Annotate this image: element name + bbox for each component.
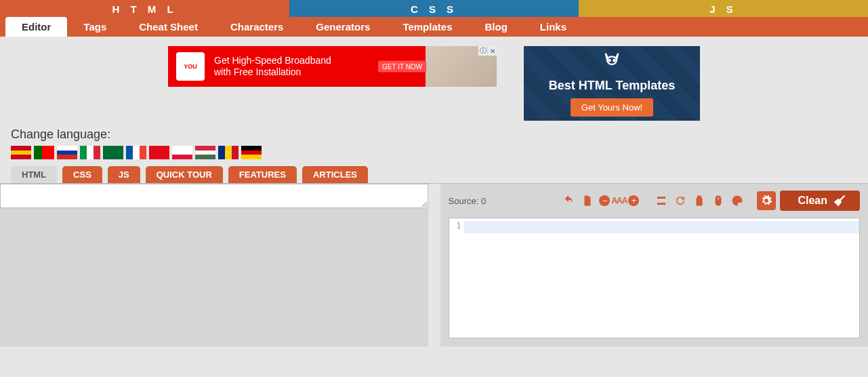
broom-icon bbox=[833, 194, 846, 207]
menu-blog[interactable]: Blog bbox=[468, 17, 523, 37]
ad-close-icon[interactable]: ✕ bbox=[487, 46, 497, 56]
menu-bar: Editor Tags Cheat Sheet Characters Gener… bbox=[0, 17, 868, 37]
source-toolbar: Source: 0 − AAA + bbox=[440, 184, 869, 218]
ad-side[interactable]: Best HTML Templates Get Yours Now! bbox=[524, 46, 700, 121]
svg-point-1 bbox=[613, 60, 615, 61]
flag-fr[interactable] bbox=[126, 146, 146, 159]
code-editor[interactable]: 1 bbox=[449, 218, 861, 338]
flag-sa[interactable] bbox=[103, 146, 123, 159]
subtab-articles[interactable]: ARTICLES bbox=[302, 166, 368, 183]
flag-de[interactable] bbox=[241, 146, 262, 159]
flag-ro[interactable] bbox=[218, 146, 239, 159]
compress-icon[interactable] bbox=[654, 193, 669, 208]
flag-list bbox=[11, 146, 857, 159]
subtab-features[interactable]: FEATURES bbox=[228, 166, 297, 183]
top-tab-js[interactable]: J S bbox=[579, 0, 868, 17]
line-gutter: 1 bbox=[449, 218, 464, 338]
flag-it[interactable] bbox=[80, 146, 100, 159]
font-increase-button[interactable]: + bbox=[628, 195, 639, 206]
workspace: Source: 0 − AAA + bbox=[0, 183, 868, 346]
palette-icon[interactable] bbox=[730, 193, 745, 208]
flag-pl[interactable] bbox=[172, 146, 192, 159]
ad-banner-logo: YOU bbox=[176, 52, 205, 81]
ad-side-title: Best HTML Templates bbox=[549, 79, 675, 93]
language-section: Change language: bbox=[0, 127, 868, 166]
code-line-active[interactable] bbox=[464, 221, 860, 233]
top-tab-html[interactable]: H T M L bbox=[0, 0, 289, 17]
preview-textarea[interactable] bbox=[0, 184, 428, 208]
clean-button[interactable]: Clean bbox=[780, 191, 860, 211]
font-size-control: − AAA + bbox=[599, 195, 639, 206]
ad-region: YOU Get High-Speed Broadband with Free I… bbox=[0, 37, 868, 127]
ad-banner-cta[interactable]: GET IT NOW bbox=[378, 61, 426, 73]
ad-banner[interactable]: YOU Get High-Speed Broadband with Free I… bbox=[168, 46, 497, 87]
flag-ru[interactable] bbox=[57, 146, 77, 159]
menu-cheat-sheet[interactable]: Cheat Sheet bbox=[123, 17, 214, 37]
menu-generators[interactable]: Generators bbox=[299, 17, 386, 37]
font-size-label: AAA bbox=[611, 196, 627, 205]
menu-links[interactable]: Links bbox=[524, 17, 583, 37]
subtab-css[interactable]: CSS bbox=[62, 166, 102, 183]
svg-point-0 bbox=[608, 60, 610, 61]
subtab-quick-tour[interactable]: QUICK TOUR bbox=[146, 166, 223, 183]
preview-area[interactable] bbox=[0, 208, 428, 346]
source-label: Source: 0 bbox=[449, 196, 487, 206]
ad-info-icon[interactable]: ⓘ bbox=[478, 46, 487, 56]
refresh-icon[interactable] bbox=[673, 193, 688, 208]
subtab-bar: HTML CSS JS QUICK TOUR FEATURES ARTICLES bbox=[0, 166, 868, 183]
mouse-icon[interactable] bbox=[711, 193, 726, 208]
undo-icon[interactable] bbox=[561, 193, 576, 208]
code-body[interactable] bbox=[464, 218, 860, 338]
menu-characters[interactable]: Characters bbox=[214, 17, 299, 37]
top-tabs: H T M L C S S J S bbox=[0, 0, 868, 17]
language-label: Change language: bbox=[11, 127, 857, 142]
ad-side-cta[interactable]: Get Yours Now! bbox=[571, 98, 653, 117]
subtab-html[interactable]: HTML bbox=[11, 166, 57, 183]
clipboard-icon[interactable] bbox=[692, 193, 707, 208]
top-tab-css[interactable]: C S S bbox=[289, 0, 579, 17]
new-file-icon[interactable] bbox=[580, 193, 595, 208]
settings-button[interactable] bbox=[757, 191, 776, 210]
ad-banner-text: Get High-Speed Broadband with Free Insta… bbox=[214, 55, 331, 78]
flag-hu[interactable] bbox=[195, 146, 215, 159]
menu-templates[interactable]: Templates bbox=[386, 17, 468, 37]
subtab-js[interactable]: JS bbox=[108, 166, 140, 183]
menu-tags[interactable]: Tags bbox=[67, 17, 123, 37]
source-panel: Source: 0 − AAA + bbox=[440, 184, 869, 346]
font-decrease-button[interactable]: − bbox=[599, 195, 610, 206]
flag-pt[interactable] bbox=[34, 146, 54, 159]
flag-tr[interactable] bbox=[149, 146, 169, 159]
flag-es[interactable] bbox=[11, 146, 31, 159]
preview-panel bbox=[0, 184, 428, 346]
cat-icon bbox=[602, 50, 621, 73]
menu-editor[interactable]: Editor bbox=[5, 17, 67, 37]
